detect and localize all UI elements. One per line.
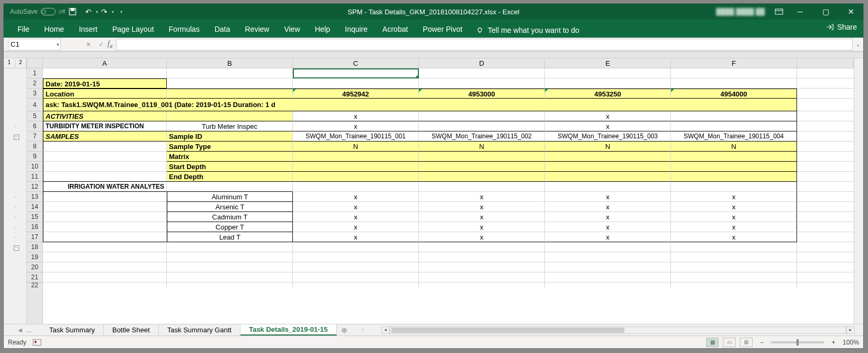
hscroll-right[interactable]: ► [846,326,855,334]
cell[interactable]: SAMPLES [43,131,167,142]
cell[interactable] [671,182,797,192]
cell[interactable] [167,262,293,272]
outline-collapse-7[interactable]: − [14,135,19,140]
macro-record-icon[interactable] [33,339,41,346]
cell[interactable]: N [545,142,671,152]
cell[interactable] [43,192,167,202]
outline-collapse-18[interactable]: − [14,245,19,251]
row-header[interactable]: 3 [27,89,42,99]
redo-button[interactable]: ↷ [100,7,109,16]
cell[interactable]: SWQM_Mon_Trainee_190115_004 [671,131,797,142]
cell[interactable] [671,68,797,78]
cell[interactable]: x [545,202,671,212]
cell[interactable]: x [419,222,545,232]
cell[interactable]: x [293,212,419,222]
cell[interactable] [43,272,167,283]
cell[interactable] [293,78,419,89]
close-button[interactable]: ✕ [839,4,863,20]
cell[interactable] [43,232,167,242]
cell[interactable]: x [419,192,545,202]
cell[interactable]: Arsenic T [167,202,293,212]
cell[interactable]: TURBIDITY METER INSPECTION [43,121,167,131]
cell[interactable] [671,272,797,283]
cell[interactable] [43,242,167,252]
cell[interactable]: x [545,121,671,131]
sheet-nav-ellipsis[interactable]: ... [26,326,32,334]
cell[interactable] [43,262,167,272]
cell[interactable] [419,182,545,192]
cell[interactable]: x [419,212,545,222]
cell[interactable] [43,68,167,78]
undo-button[interactable]: ↶ [84,7,93,16]
tab-page-layout[interactable]: Page Layout [105,21,162,38]
row-header[interactable]: 22 [27,283,42,288]
expand-formula-bar[interactable]: ⌄ [853,41,863,47]
tab-home[interactable]: Home [37,21,71,38]
cell[interactable]: SWQM_Mon_Trainee_190115_003 [545,131,671,142]
vertical-scrollbar[interactable] [854,58,863,324]
cell[interactable]: Location [43,89,167,99]
cell[interactable] [43,152,167,162]
cell-selected[interactable] [293,68,419,78]
cell[interactable]: Start Depth [167,162,293,172]
fx-icon[interactable]: fx [108,40,113,49]
row-header[interactable]: 9 [27,152,42,162]
cell[interactable] [671,152,797,162]
row-header[interactable]: 7 [27,131,42,142]
ribbon-display-icon[interactable] [771,5,787,18]
cell[interactable] [43,212,167,222]
column-header[interactable]: B [167,58,293,68]
cell[interactable] [293,172,419,182]
name-box[interactable]: C1 ▾ [8,39,61,50]
cell[interactable] [671,172,797,182]
tab-inquire[interactable]: Inquire [337,21,375,38]
cell[interactable]: x [671,222,797,232]
zoom-level[interactable]: 100% [843,339,859,346]
cell[interactable] [545,182,671,192]
cell[interactable]: x [293,222,419,232]
sheet-tab-active[interactable]: Task Details_2019-01-15 [240,324,337,336]
cell[interactable] [419,262,545,272]
tab-help[interactable]: Help [308,21,338,38]
save-icon[interactable] [68,7,77,16]
cell[interactable] [545,172,671,182]
row-header[interactable]: 15 [27,212,42,222]
cell[interactable]: Aluminum T [167,192,293,202]
cell[interactable]: IRRIGATION WATER ANALYTES [43,182,167,192]
cell[interactable] [419,152,545,162]
cell[interactable]: x [293,192,419,202]
cell[interactable] [43,202,167,212]
row-header[interactable]: 19 [27,252,42,262]
zoom-slider[interactable] [771,341,824,343]
cell[interactable]: 4953250 [545,89,671,99]
formula-input[interactable] [116,39,853,50]
cancel-formula-button[interactable]: ✕ [82,39,95,50]
cell[interactable] [545,68,671,78]
cell[interactable] [419,272,545,283]
cell[interactable]: N [671,142,797,152]
cell[interactable] [545,262,671,272]
tab-formulas[interactable]: Formulas [162,21,207,38]
cell[interactable]: x [419,202,545,212]
cell[interactable] [545,152,671,162]
cell[interactable] [671,262,797,272]
cell[interactable] [293,152,419,162]
cell[interactable] [419,68,545,78]
sheet-tab[interactable]: Bottle Sheet [104,325,159,335]
cell[interactable] [419,162,545,172]
cell[interactable]: SWQM_Mon_Trainee_190115_002 [419,131,545,142]
row-header[interactable]: 20 [27,262,42,272]
view-page-layout-button[interactable]: ▭ [723,338,736,347]
cell[interactable] [545,252,671,262]
cell[interactable] [167,68,293,78]
cell[interactable] [293,162,419,172]
column-header[interactable]: C [293,58,419,68]
cell[interactable] [419,252,545,262]
cell[interactable]: N [293,142,419,152]
tab-view[interactable]: View [276,21,307,38]
hscroll-left[interactable]: ◄ [381,326,390,334]
cell[interactable] [671,162,797,172]
cell[interactable]: x [671,212,797,222]
cell[interactable]: Copper T [167,222,293,232]
cell[interactable] [43,222,167,232]
